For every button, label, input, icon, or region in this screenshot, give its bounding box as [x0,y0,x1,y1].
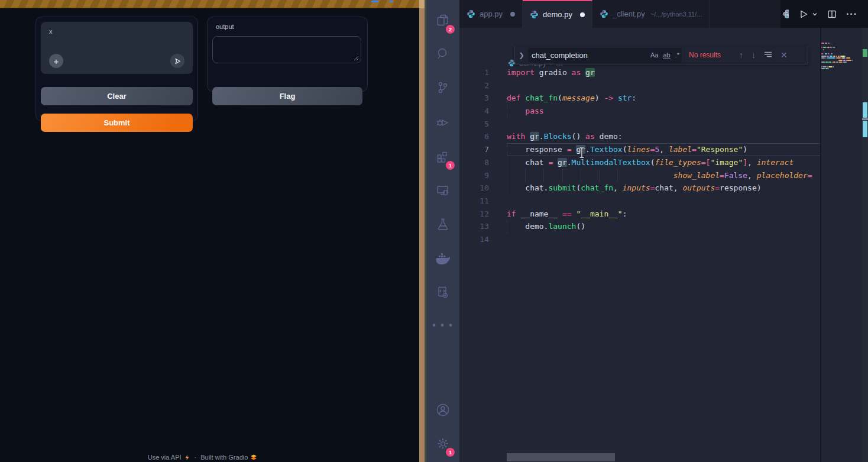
remote-explorer-icon[interactable] [426,176,459,205]
account-icon[interactable] [426,396,459,424]
code-text[interactable] [507,118,820,131]
indent-guide [525,169,526,182]
resize-grip-icon[interactable] [353,55,359,61]
find-input[interactable] [528,51,648,60]
whole-word-icon[interactable]: ab [663,51,670,59]
code-line[interactable]: 5 [459,118,820,131]
settings-gear-icon[interactable]: 1 [426,429,459,458]
more-actions-icon[interactable]: ··· [846,9,857,20]
find-next-icon[interactable]: ↓ [752,50,756,60]
submit-button[interactable]: Submit [41,114,193,132]
indent-guide [507,220,507,233]
code-text[interactable]: chat = gr.MultimodalTextbox(file_types=[… [507,156,820,169]
code-line[interactable]: 13 demo.launch() [459,220,820,233]
regex-icon[interactable]: .* [675,51,679,59]
extensions-icon[interactable]: 1 [426,143,459,171]
code-text[interactable]: demo.launch() [507,220,820,233]
vscode-window: 2 1 [426,0,868,462]
code-text[interactable]: response = gr.Textbox(lines=5, label="Re… [507,143,820,156]
code-text[interactable]: with gr.Blocks() as demo: [507,130,820,143]
minimap[interactable] [821,43,862,267]
find-input-wrap: Aa ab .* [528,48,682,63]
search-icon[interactable] [426,40,459,68]
tab-label: demo.py [543,10,572,19]
indent-guide [543,169,544,182]
horizontal-scrollbar[interactable] [507,453,615,461]
attach-file-button[interactable]: + [49,54,63,68]
line-number: 11 [459,195,507,208]
explorer-icon[interactable]: 2 [426,7,459,35]
tab-client-py[interactable]: _client.py ~/.../python3.11/... [592,0,710,28]
flag-button[interactable]: Flag [212,87,362,105]
testing-flask-icon[interactable] [426,210,459,238]
python-icon [467,9,475,18]
run-python-file-button[interactable] [798,9,818,20]
ui-speck [390,1,393,2]
find-widget: ❯ Aa ab .* No results ↑ ↓ ✕ [514,46,808,64]
output-textarea[interactable] [212,36,361,63]
code-line[interactable]: 2 [459,79,820,92]
overflow-tab-python-icon[interactable] [783,9,789,19]
code-line[interactable]: 3def chat_fn(message) -> str: [459,92,820,105]
line-number: 10 [459,182,507,195]
progress-stripe-bar [0,0,419,8]
python-icon [530,10,539,19]
screen: x + Clear Submit output Flag [0,0,868,462]
code-text[interactable]: if __name__ == "__main__": [507,208,820,221]
send-button[interactable] [170,54,184,68]
tab-path-hint: ~/.../python3.11/... [650,11,702,18]
dirty-indicator[interactable] [510,12,515,17]
code-line[interactable]: 6with gr.Blocks() as demo: [459,130,820,143]
code-line[interactable]: 12if __name__ == "__main__": [459,208,820,221]
code-runner-icon[interactable] [426,278,459,306]
code-line[interactable]: 11 [459,195,820,208]
dirty-indicator[interactable] [580,12,585,17]
code-line[interactable]: 8 chat = gr.MultimodalTextbox(file_types… [459,156,820,169]
minimap-line [821,70,862,73]
footer-separator: · [195,454,197,461]
multimodal-textbox[interactable]: x + [41,22,193,74]
find-expand-chevron-icon[interactable]: ❯ [515,51,528,59]
explorer-badge: 2 [446,25,455,34]
close-find-icon[interactable]: ✕ [780,50,788,60]
clear-button[interactable]: Clear [41,87,193,105]
code-line[interactable]: 14 [459,233,820,246]
built-with-gradio-link[interactable]: Built with Gradio [200,454,257,461]
code-text[interactable]: def chat_fn(message) -> str: [507,92,820,105]
code-line[interactable]: 1import gradio as gr [459,66,820,79]
output-label: output [216,23,234,30]
find-results-status: No results [689,51,735,59]
code-text[interactable] [507,233,820,246]
code-text[interactable]: chat.submit(chat_fn, inputs=chat, output… [507,182,820,195]
match-case-icon[interactable]: Aa [650,51,658,59]
use-via-api-link[interactable]: Use via API [148,454,190,461]
split-editor-icon[interactable] [827,9,837,19]
code-text[interactable] [507,195,820,208]
plus-icon: + [54,57,59,66]
docker-icon[interactable] [426,244,459,273]
gradio-app: x + Clear Submit output Flag [0,0,419,462]
line-number: 1 [459,66,507,79]
find-previous-icon[interactable]: ↑ [739,50,743,60]
code-line[interactable]: 9 show_label=False, placeholder= [459,169,820,182]
code-text[interactable] [507,79,820,92]
more-views-icon[interactable]: • • • [426,311,459,340]
find-in-selection-icon[interactable] [764,50,772,60]
ruler-mark-cyan [863,102,867,118]
code-line[interactable]: 4 pass [459,105,820,118]
code-text[interactable]: import gradio as gr [507,66,820,79]
code-text[interactable]: pass [507,105,820,118]
python-icon [600,9,608,18]
tab-app-py[interactable]: app.py [459,0,523,28]
source-control-icon[interactable] [426,73,459,102]
send-icon [174,57,182,65]
run-debug-icon[interactable] [426,108,459,136]
ruler-mark-cyan [863,121,867,137]
indent-guide [562,169,563,182]
code-text[interactable]: show_label=False, placeholder= [507,169,820,182]
line-number: 4 [459,105,507,118]
overview-ruler[interactable] [862,28,868,462]
code-line[interactable]: 7 response = gr.Textbox(lines=5, label="… [459,143,820,156]
tab-demo-py[interactable]: demo.py [523,0,592,28]
code-line[interactable]: 10 chat.submit(chat_fn, inputs=chat, out… [459,182,820,195]
